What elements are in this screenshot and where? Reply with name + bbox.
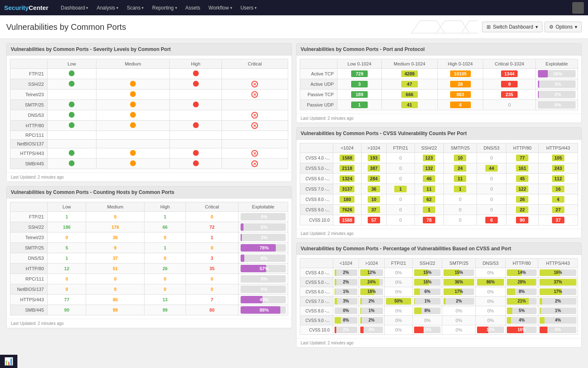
pct-table-cell: 15% [442, 268, 476, 278]
critical-cell: 235 [483, 90, 536, 100]
bar-label: 6% [259, 225, 267, 230]
pct-table-cell: 0% [384, 325, 413, 335]
header-buttons: ⊞ Switch Dashboard ▾ ⚙ Options ▾ [482, 22, 582, 32]
table-cell: 1 [443, 184, 477, 194]
severity-panel-body: Low Medium High Critical FTP/21SSH/22✕Te… [7, 56, 292, 172]
table-cell [96, 100, 170, 110]
pct-table-cell: 0% [442, 316, 476, 325]
table-cell [96, 140, 170, 148]
table-cell: 1 [48, 212, 86, 222]
high-cell: 4 [437, 100, 483, 110]
row-label: CVSS 7.0 -... [300, 297, 333, 306]
nav-scans[interactable]: Scans ▾ [123, 0, 148, 15]
pct-table-cell: 12% [359, 268, 384, 278]
table-cell: ✕ [222, 148, 288, 159]
row-label: DNS/53 [10, 253, 48, 264]
pct-table-cell: 3% [333, 297, 359, 306]
pp-col-high: High 0-1024 [437, 59, 483, 69]
table-cell [48, 140, 96, 148]
table-cell: 7 [186, 295, 238, 305]
switch-dashboard-button[interactable]: ⊞ Switch Dashboard ▾ [482, 22, 542, 32]
pp-col-exploitable: Exploitable [536, 59, 578, 69]
table-cell: 9 [86, 243, 145, 253]
table-cell [170, 159, 222, 169]
nav-dashboard[interactable]: Dashboard ▾ [57, 0, 93, 15]
table-cell [48, 100, 96, 110]
pct-table-cell: 6% [413, 287, 442, 297]
nav-users[interactable]: Users ▾ [236, 0, 261, 15]
bar-label: 57% [258, 266, 269, 271]
table-cell: 3137 [333, 184, 361, 194]
table-cell: 161 [506, 163, 538, 174]
pct-table-cell: 50% [384, 297, 413, 306]
right-column: Vulnerabilities by Common Ports - Port a… [296, 43, 582, 348]
severity-panel: Vulnerabilities by Common Ports - Severi… [6, 43, 292, 182]
table-cell [96, 90, 170, 100]
cvss-count-table: <1024 >1024 FTP/21 SSH/22 SMTP/25 DNS/53… [300, 143, 578, 225]
nav-reporting[interactable]: Reporting ▾ [148, 0, 181, 15]
pct-table-cell: 24% [359, 278, 384, 287]
table-cell: 176 [86, 222, 145, 232]
bar-cell: 6% [239, 222, 288, 232]
page-title: Vulnerabilities by Common Ports [6, 22, 395, 32]
counting-col-label [10, 202, 48, 212]
nav-analysis[interactable]: Analysis ▾ [92, 0, 123, 15]
port-protocol-title: Vulnerabilities by Common Ports - Port a… [296, 44, 581, 56]
pct-table-cell: 5% [506, 306, 538, 316]
navbar: SecurityCenter Dashboard ▾ Analysis ▾ Sc… [0, 0, 588, 15]
row-label: CVSS 9.0 -... [300, 205, 333, 215]
nav-workflow[interactable]: Workflow ▾ [205, 0, 236, 15]
counting-col-low: Low [48, 202, 86, 212]
table-cell [48, 79, 96, 90]
row-label: HTTP/80 [10, 264, 48, 274]
options-button[interactable]: ⚙ Options ▾ [545, 22, 582, 32]
dot-red [193, 122, 199, 128]
table-cell: 0 [145, 284, 186, 295]
table-cell: 1 [48, 253, 86, 264]
table-cell: 7626 [333, 205, 361, 215]
bar-label: 3% [259, 235, 267, 240]
critical-cell: 9 [483, 79, 536, 90]
port-protocol-body: Low 0-1024 Medium 0-1024 High 0-1024 Cri… [296, 56, 581, 114]
table-cell: 243 [538, 163, 578, 174]
table-cell: 6 [477, 215, 506, 225]
table-cell: 72 [186, 222, 238, 232]
nav-assets[interactable]: Assets [181, 0, 205, 15]
pct-table-cell: 0% [442, 306, 476, 316]
row-label: FTP/21 [10, 212, 48, 222]
port-protocol-panel: Vulnerabilities by Common Ports - Port a… [296, 43, 582, 123]
table-cell: 80 [186, 305, 238, 315]
cvss-pct-table: <1024 >1024 FTP/21 SSH/22 SMTP/25 DNS/53… [300, 258, 578, 335]
table-cell: 0 [86, 274, 145, 284]
row-label: DNS/53 [10, 110, 48, 121]
dot-orange [130, 112, 136, 118]
brand: SecurityCenter [4, 4, 48, 11]
table-cell [222, 140, 288, 148]
counting-col-exploitable: Exploitable [239, 202, 288, 212]
pct-table-cell: 0% [442, 325, 476, 335]
table-cell: 0 [477, 205, 506, 215]
pct-table-cell: 1% [538, 306, 578, 316]
table-cell: 0 [48, 232, 86, 243]
table-cell: 0 [86, 284, 145, 295]
row-label: CVSS 5.0 -... [300, 278, 333, 287]
exploitable-cell: 26% [536, 69, 578, 79]
dot-green [69, 81, 75, 87]
table-cell: 35 [186, 264, 238, 274]
table-cell: 44 [477, 163, 506, 174]
counting-panel: Vulnerabilities by Common Ports - Counti… [6, 186, 292, 328]
counting-table: Low Medium High Critical Exploitable FTP… [10, 202, 288, 315]
pct-table-cell: 37% [538, 278, 578, 287]
table-cell: 66 [145, 222, 186, 232]
table-cell: 0 [477, 153, 506, 163]
pp-col-low: Low 0-1024 [337, 59, 382, 69]
pct-table-cell: 2% [333, 325, 359, 335]
pct-table-cell: 86% [476, 278, 506, 287]
table-cell [48, 69, 96, 79]
col-header-low: Low [48, 59, 96, 69]
cvss-pct-body: <1024 >1024 FTP/21 SSH/22 SMTP/25 DNS/53… [296, 255, 581, 338]
bar-cell: 0% [239, 212, 288, 222]
pct-table-cell: 36% [442, 278, 476, 287]
table-cell: 123 [414, 153, 443, 163]
table-cell: 0 [386, 215, 414, 225]
